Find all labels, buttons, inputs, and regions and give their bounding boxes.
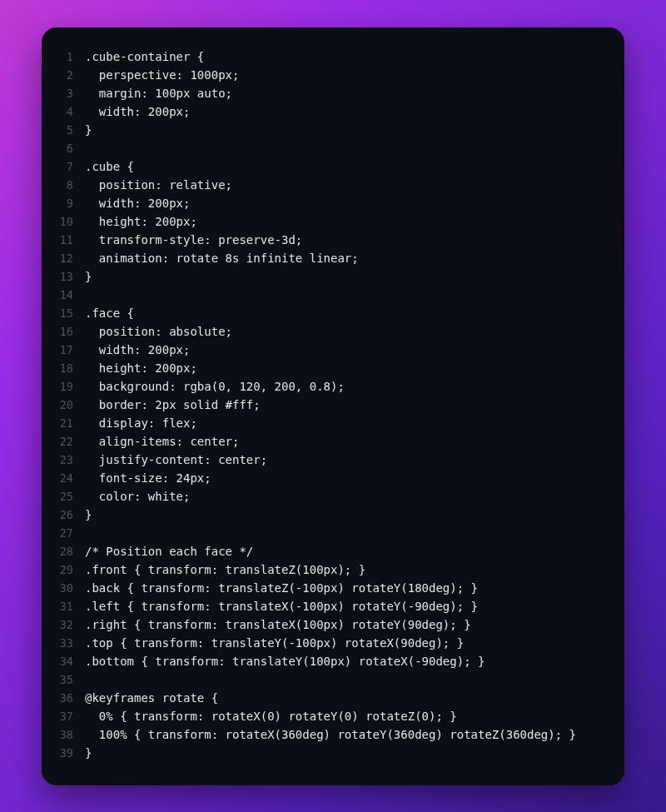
code-line: 3 margin: 100px auto; xyxy=(57,84,601,102)
code-line: 35 xyxy=(57,670,601,689)
code-text: @keyframes rotate { xyxy=(85,689,601,707)
line-number: 25 xyxy=(57,487,85,506)
code-line: 21 display: flex; xyxy=(57,414,601,432)
code-line: 2 perspective: 1000px; xyxy=(57,66,601,84)
line-number: 22 xyxy=(57,432,85,451)
code-text: .cube { xyxy=(85,157,601,176)
code-line: 12 animation: rotate 8s infinite linear; xyxy=(57,249,601,267)
code-text: justify-content: center; xyxy=(85,451,601,469)
code-text: display: flex; xyxy=(85,414,601,432)
code-text: width: 200px; xyxy=(85,102,601,121)
line-number: 27 xyxy=(57,524,85,542)
code-text: height: 200px; xyxy=(85,212,601,231)
line-number: 24 xyxy=(57,469,85,487)
line-number: 29 xyxy=(57,560,85,579)
line-number: 10 xyxy=(57,212,85,231)
code-text: } xyxy=(85,267,601,286)
line-number: 36 xyxy=(57,689,85,707)
code-line: 28/* Position each face */ xyxy=(57,542,601,560)
code-text: 0% { transform: rotateX(0) rotateY(0) ro… xyxy=(85,707,601,725)
code-line: 5} xyxy=(57,121,601,139)
code-text: width: 200px; xyxy=(85,194,601,212)
code-text: .left { transform: translateX(-100px) ro… xyxy=(85,597,601,615)
code-line: 7.cube { xyxy=(57,157,601,176)
code-text: .face { xyxy=(85,304,601,322)
code-line: 29.front { transform: translateZ(100px);… xyxy=(57,560,601,579)
line-number: 13 xyxy=(57,267,85,286)
code-line: 10 height: 200px; xyxy=(57,212,601,231)
line-number: 15 xyxy=(57,304,85,322)
code-line: 9 width: 200px; xyxy=(57,194,601,212)
line-number: 1 xyxy=(57,47,85,66)
code-text: } xyxy=(85,121,601,139)
code-line: 16 position: absolute; xyxy=(57,322,601,341)
code-line: 27 xyxy=(57,524,601,542)
line-number: 23 xyxy=(57,451,85,469)
line-number: 9 xyxy=(57,194,85,212)
code-line: 11 transform-style: preserve-3d; xyxy=(57,231,601,249)
line-number: 26 xyxy=(57,506,85,524)
code-line: 14 xyxy=(57,286,601,304)
code-line: 6 xyxy=(57,139,601,157)
line-number: 28 xyxy=(57,542,85,560)
line-number: 2 xyxy=(57,66,85,84)
line-number: 34 xyxy=(57,652,85,670)
code-text: .top { transform: translateY(-100px) rot… xyxy=(85,634,601,652)
line-number: 20 xyxy=(57,396,85,414)
code-line: 18 height: 200px; xyxy=(57,359,601,377)
line-number: 12 xyxy=(57,249,85,267)
line-number: 31 xyxy=(57,597,85,615)
line-number: 7 xyxy=(57,157,85,176)
code-text: height: 200px; xyxy=(85,359,601,377)
line-number: 18 xyxy=(57,359,85,377)
line-number: 33 xyxy=(57,634,85,652)
line-number: 11 xyxy=(57,231,85,249)
line-number: 14 xyxy=(57,286,85,304)
line-number: 5 xyxy=(57,121,85,139)
line-number: 4 xyxy=(57,102,85,121)
code-line: 13} xyxy=(57,267,601,286)
line-number: 38 xyxy=(57,725,85,744)
code-text: width: 200px; xyxy=(85,341,601,359)
code-line: 20 border: 2px solid #fff; xyxy=(57,396,601,414)
code-line: 19 background: rgba(0, 120, 200, 0.8); xyxy=(57,377,601,396)
code-line: 23 justify-content: center; xyxy=(57,451,601,469)
code-text: .right { transform: translateX(100px) ro… xyxy=(85,615,601,634)
code-line: 39} xyxy=(57,744,601,762)
line-number: 32 xyxy=(57,615,85,634)
line-number: 19 xyxy=(57,377,85,396)
code-text: } xyxy=(85,744,601,762)
code-line: 17 width: 200px; xyxy=(57,341,601,359)
code-text: color: white; xyxy=(85,487,601,506)
code-line: 32.right { transform: translateX(100px) … xyxy=(57,615,601,634)
code-line: 38 100% { transform: rotateX(360deg) rot… xyxy=(57,725,601,744)
code-line: 26} xyxy=(57,506,601,524)
line-number: 30 xyxy=(57,579,85,597)
code-text: font-size: 24px; xyxy=(85,469,601,487)
code-line: 15.face { xyxy=(57,304,601,322)
code-line: 8 position: relative; xyxy=(57,176,601,194)
code-text: position: relative; xyxy=(85,176,601,194)
line-number: 21 xyxy=(57,414,85,432)
code-text: position: absolute; xyxy=(85,322,601,341)
code-text: } xyxy=(85,506,601,524)
code-text: border: 2px solid #fff; xyxy=(85,396,601,414)
code-line: 25 color: white; xyxy=(57,487,601,506)
code-text: /* Position each face */ xyxy=(85,542,601,560)
code-text: 100% { transform: rotateX(360deg) rotate… xyxy=(85,725,601,744)
code-text: margin: 100px auto; xyxy=(85,84,601,102)
code-text: .cube-container { xyxy=(85,47,601,66)
code-block[interactable]: 1.cube-container {2 perspective: 1000px;… xyxy=(57,47,601,762)
code-text: .front { transform: translateZ(100px); } xyxy=(85,560,601,579)
code-line: 30.back { transform: translateZ(-100px) … xyxy=(57,579,601,597)
line-number: 6 xyxy=(57,139,85,157)
code-text: transform-style: preserve-3d; xyxy=(85,231,601,249)
line-number: 16 xyxy=(57,322,85,341)
code-line: 31.left { transform: translateX(-100px) … xyxy=(57,597,601,615)
code-text: .back { transform: translateZ(-100px) ro… xyxy=(85,579,601,597)
line-number: 37 xyxy=(57,707,85,725)
line-number: 17 xyxy=(57,341,85,359)
line-number: 3 xyxy=(57,84,85,102)
code-text: background: rgba(0, 120, 200, 0.8); xyxy=(85,377,601,396)
code-line: 24 font-size: 24px; xyxy=(57,469,601,487)
